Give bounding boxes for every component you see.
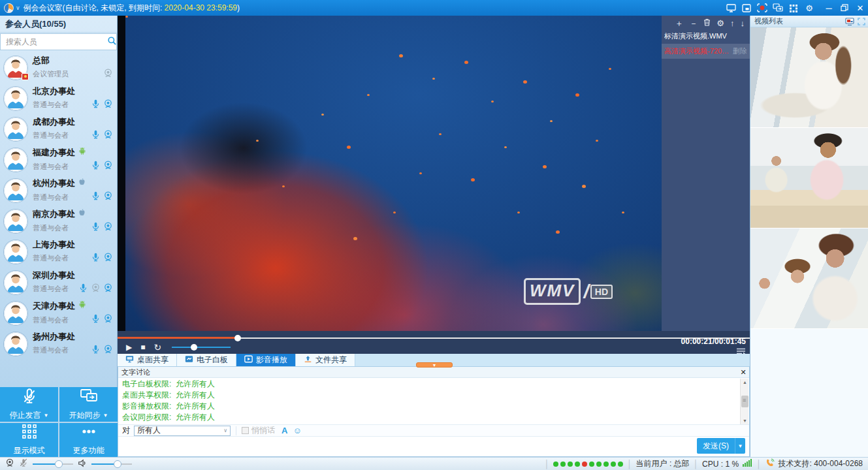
camera-icon[interactable] [103,313,113,326]
video-feed[interactable] [750,228,868,329]
camera-icon[interactable] [103,283,113,296]
layout-grid-icon[interactable] [786,2,801,14]
seek-progress [118,337,238,339]
tab-label: 桌面共享 [137,354,169,366]
mic-icon[interactable] [91,313,101,326]
playlist-add-icon[interactable]: ＋ [675,19,683,27]
chat-input-area[interactable]: 发送(S) ▼ [118,437,749,456]
replay-button[interactable]: ↻ [153,343,161,352]
scroll-thumb[interactable] [741,396,748,407]
mic-icon[interactable] [91,99,101,112]
search-input[interactable] [1,37,107,46]
volume-thumb[interactable] [191,344,197,351]
tab-desktop-share[interactable]: 桌面共享 [118,354,177,366]
close-button[interactable]: ✕ [853,2,867,14]
window-mode-icon[interactable] [739,2,754,14]
start-sync-button[interactable]: 开始同步▼ [59,387,118,422]
chat-close-icon[interactable]: ✕ [737,368,749,377]
scroll-down-icon[interactable]: ▼ [741,417,749,424]
volume-slider[interactable] [172,344,231,351]
camera-icon[interactable] [103,160,113,173]
maximize-button[interactable] [837,2,852,14]
local-camera-icon[interactable] [5,458,14,469]
settings-icon[interactable]: ⚙ [802,2,816,14]
font-style-button[interactable]: A [281,426,287,435]
camera-icon[interactable] [103,252,113,265]
speaker-icon[interactable] [78,459,87,469]
scroll-up-icon[interactable]: ▲ [741,379,749,386]
more-features-button[interactable]: 更多功能 [59,423,118,458]
avatar [4,56,27,80]
grid-icon [21,423,38,443]
mic-muted-icon[interactable] [19,458,28,469]
mic-icon[interactable] [78,283,88,296]
stop-button[interactable]: ■ [140,343,145,351]
display-mode-button[interactable]: 显示模式 [0,423,58,458]
camera-icon[interactable] [103,221,113,234]
camera-icon[interactable] [103,68,113,81]
whisper-checkbox[interactable] [242,427,249,434]
chat-title: 文字讨论 [118,368,737,377]
emoji-button[interactable]: ☺ [293,426,301,435]
tab-whiteboard[interactable]: 电子白板 [177,354,236,366]
mic-icon[interactable] [91,160,101,173]
participant-row[interactable]: 杭州办事处普通与会者 [0,175,117,206]
video-feed[interactable] [750,27,868,128]
playlist-item-delete[interactable]: 删除 [733,46,747,56]
mic-icon[interactable] [91,129,101,142]
playlist-move-down-icon[interactable]: ↓ [741,19,745,27]
chat-collapse-handle[interactable]: ▼ [416,362,453,368]
camera-icon[interactable] [91,283,101,296]
send-options-caret[interactable]: ▼ [735,438,745,454]
camera-icon[interactable] [103,129,113,142]
playlist-remove-icon[interactable]: － [689,19,698,27]
tab-media-play[interactable]: 影音播放 [236,354,296,366]
dropdown-caret-icon[interactable]: ▼ [103,413,108,418]
chevron-down-icon[interactable]: ∨ [16,5,20,11]
camera-icon[interactable] [103,191,113,204]
participant-row[interactable]: 天津办事处普通与会者 [0,298,117,328]
speaker-volume-thumb[interactable] [114,460,121,468]
speaker-volume-slider[interactable] [91,460,132,468]
playlist-item-name: 高清演示视频-720P.wmv [664,46,730,56]
participant-row[interactable]: 扬州办事处普通与会者 [0,328,117,359]
video-player-stage[interactable]: WMV / HD [118,16,662,331]
participant-row[interactable]: 北京办事处普通与会者 [0,83,117,114]
recipient-select[interactable]: 所有人 ∨ [134,426,231,436]
mic-icon[interactable] [91,344,101,357]
participant-row[interactable]: 福建办事处普通与会者 [0,144,117,175]
playlist-item[interactable]: 高清演示视频-720P.wmv删除 [662,44,750,59]
video-feed[interactable] [750,128,868,228]
minimize-button[interactable]: ─ [822,2,836,14]
camera-icon[interactable] [103,99,113,112]
participant-row[interactable]: 深圳办事处普通与会者 [0,267,117,298]
playlist-item[interactable]: 标清演示视频.WMV [662,29,750,44]
playlist-move-up-icon[interactable]: ↑ [730,19,735,27]
record-icon[interactable] [755,2,769,14]
play-button[interactable]: ▶ [126,343,132,351]
expand-icon[interactable] [858,18,865,25]
participant-row[interactable]: 总部会议管理员 [0,52,117,83]
participant-row[interactable]: 南京办事处普通与会者 [0,206,117,236]
mic-icon[interactable] [91,221,101,234]
chat-scrollbar[interactable]: ▲ ▼ [740,379,748,424]
playlist-settings-icon[interactable]: ⚙ [716,19,724,27]
dropdown-caret-icon[interactable]: ▼ [44,413,49,418]
stop-speaking-button[interactable]: 停止发言▼ [0,387,58,422]
tab-file-share[interactable]: 文件共享 [296,354,355,366]
send-button[interactable]: 发送(S) [697,438,735,454]
time-display: 00:00:21/00:01:45 [681,337,746,345]
mic-volume-slider[interactable] [33,460,73,468]
search-icon[interactable] [107,36,117,48]
participant-role: 会议管理员 [33,69,103,79]
camera-icon[interactable] [103,344,113,357]
mic-icon[interactable] [91,191,101,204]
participant-row[interactable]: 上海办事处普通与会者 [0,236,117,267]
mic-volume-thumb[interactable] [55,460,63,468]
video-mode-icon[interactable] [845,18,854,25]
playlist-trash-icon[interactable] [703,18,711,27]
mic-icon[interactable] [91,252,101,265]
cast-icon[interactable] [771,2,785,14]
screen-share-icon[interactable] [724,2,738,14]
participant-row[interactable]: 成都办事处普通与会者 [0,114,117,144]
